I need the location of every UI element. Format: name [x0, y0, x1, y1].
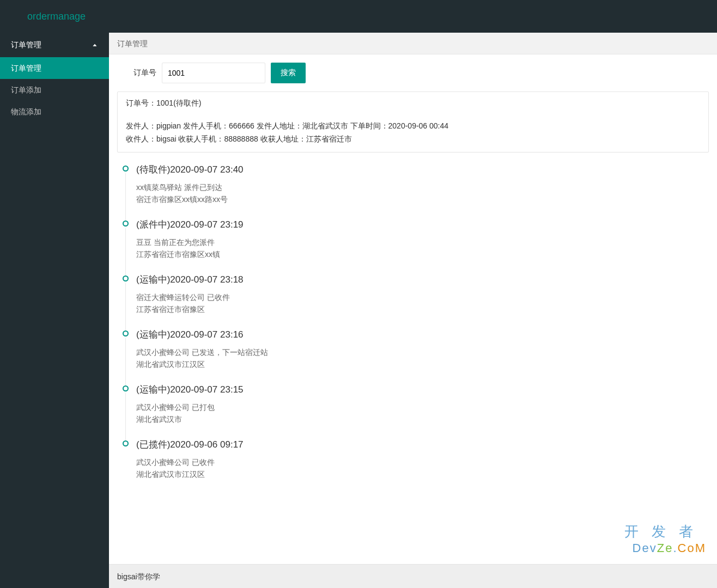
sidebar-item-0[interactable]: 订单管理: [0, 57, 109, 79]
timeline-dot-icon: [123, 440, 129, 446]
sidebar-item-1[interactable]: 订单添加: [0, 79, 109, 101]
timeline-item: (运输中)2020-09-07 23:15武汉小蜜蜂公司 已打包湖北省武汉市: [123, 383, 709, 438]
search-row: 订单号 搜索: [133, 63, 709, 83]
footer-text: bigsai带你学: [117, 572, 160, 581]
timeline-text: 宿迁大蜜蜂运转公司 已收件: [136, 291, 709, 303]
search-button[interactable]: 搜索: [271, 63, 306, 83]
timeline-text: 豆豆 当前正在为您派件: [136, 236, 709, 248]
timeline-location: 江苏省宿迁市宿豫区xx镇: [136, 248, 709, 260]
timeline-dot-icon: [123, 385, 129, 391]
timeline-location: 江苏省宿迁市宿豫区: [136, 303, 709, 315]
content-area: 订单号 搜索 订单号：1001(待取件) 发件人：pigpian 发件人手机：6…: [109, 54, 717, 564]
timeline-location: 湖北省武汉市江汉区: [136, 358, 709, 370]
timeline-text: 武汉小蜜蜂公司 已发送，下一站宿迁站: [136, 346, 709, 358]
sidebar-group-order[interactable]: 订单管理 ▲: [0, 33, 109, 57]
timeline-item: (待取件)2020-09-07 23:40xx镇菜鸟驿站 派件已到达宿迁市宿豫区…: [123, 163, 709, 218]
timeline: (待取件)2020-09-07 23:40xx镇菜鸟驿站 派件已到达宿迁市宿豫区…: [117, 163, 709, 493]
timeline-location: 湖北省武汉市江汉区: [136, 468, 709, 480]
brand-text: ordermanage: [27, 11, 86, 22]
footer: bigsai带你学: [109, 564, 717, 588]
timeline-title: (已揽件)2020-09-06 09:17: [136, 438, 709, 451]
search-label: 订单号: [133, 68, 156, 78]
order-sender-line: 发件人：pigpian 发件人手机：666666 发件人地址：湖北省武汉市 下单…: [126, 119, 700, 132]
order-card: 订单号：1001(待取件) 发件人：pigpian 发件人手机：666666 发…: [117, 91, 709, 152]
timeline-dot-icon: [123, 275, 129, 281]
top-header: ordermanage: [0, 0, 717, 33]
timeline-text: 武汉小蜜蜂公司 已打包: [136, 401, 709, 413]
sidebar-item-2[interactable]: 物流添加: [0, 101, 109, 122]
timeline-title: (运输中)2020-09-07 23:16: [136, 328, 709, 341]
breadcrumb: 订单管理: [109, 33, 717, 54]
timeline-title: (待取件)2020-09-07 23:40: [136, 163, 709, 176]
chevron-up-icon: ▲: [92, 38, 98, 52]
breadcrumb-text: 订单管理: [117, 39, 148, 48]
timeline-item: (派件中)2020-09-07 23:19豆豆 当前正在为您派件江苏省宿迁市宿豫…: [123, 218, 709, 273]
order-id-line: 订单号：1001(待取件): [126, 99, 700, 108]
order-id-input[interactable]: [162, 63, 265, 83]
sidebar-group-label: 订单管理: [11, 33, 41, 57]
timeline-item: (运输中)2020-09-07 23:16武汉小蜜蜂公司 已发送，下一站宿迁站湖…: [123, 328, 709, 383]
timeline-location: 湖北省武汉市: [136, 413, 709, 425]
timeline-title: (运输中)2020-09-07 23:15: [136, 383, 709, 396]
timeline-text: 武汉小蜜蜂公司 已收件: [136, 456, 709, 468]
sidebar: 订单管理 ▲ 订单管理订单添加物流添加: [0, 33, 109, 588]
order-receiver-line: 收件人：bigsai 收获人手机：88888888 收获人地址：江苏省宿迁市: [126, 132, 700, 145]
timeline-item: (运输中)2020-09-07 23:18宿迁大蜜蜂运转公司 已收件江苏省宿迁市…: [123, 273, 709, 328]
timeline-item: (已揽件)2020-09-06 09:17武汉小蜜蜂公司 已收件湖北省武汉市江汉…: [123, 438, 709, 493]
timeline-title: (运输中)2020-09-07 23:18: [136, 273, 709, 286]
timeline-dot-icon: [123, 330, 129, 336]
timeline-location: 宿迁市宿豫区xx镇xx路xx号: [136, 193, 709, 205]
timeline-dot-icon: [123, 166, 129, 171]
timeline-text: xx镇菜鸟驿站 派件已到达: [136, 181, 709, 193]
timeline-dot-icon: [123, 220, 129, 226]
timeline-title: (派件中)2020-09-07 23:19: [136, 218, 709, 231]
